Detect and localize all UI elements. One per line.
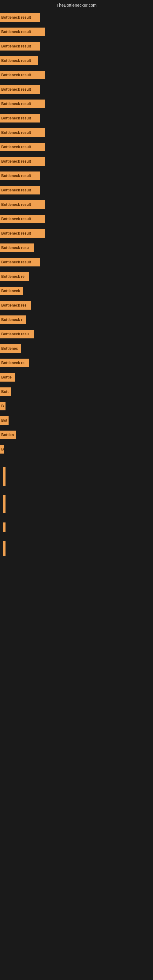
bottleneck-bar: Bottleneck result <box>0 157 45 166</box>
bar-label: Bottleneck result <box>1 73 31 77</box>
bottleneck-bar: Bottleneck result <box>0 42 40 51</box>
bottleneck-bar: Bott <box>0 387 11 396</box>
bar-row: Bot <box>0 414 153 427</box>
bottleneck-bar: Bottleneck result <box>0 229 45 238</box>
bar-row: Bottleneck re <box>0 356 153 370</box>
bar-label: Bottleneck result <box>1 173 31 178</box>
bar-row: Bottleneck result <box>0 169 153 183</box>
bar-label: Bottleneck result <box>1 130 31 135</box>
bar-row: Bottleneck result <box>0 97 153 111</box>
bar-row: Bottleneck result <box>0 39 153 53</box>
vertical-bars-section <box>0 457 153 567</box>
bar-label: Bottleneck resu <box>1 332 29 336</box>
bar-label: Bottleneck result <box>1 87 31 92</box>
bar-label: Bottleneck result <box>1 116 31 120</box>
bottleneck-bar: Bottleneck re <box>0 359 29 367</box>
vertical-bar <box>3 541 5 556</box>
bar-label: Bottleneck r <box>1 318 22 322</box>
bottleneck-bar: Bottleneck result <box>0 172 40 180</box>
bar-label: B <box>1 447 4 452</box>
bottleneck-bar: Bottlen <box>0 431 16 439</box>
bar-row: Bottlenec <box>0 342 153 355</box>
bar-row: B <box>0 399 153 413</box>
bar-label: Bottleneck result <box>1 59 31 63</box>
page-header: TheBottlenecker.com <box>0 0 153 10</box>
bar-row: Bottleneck result <box>0 212 153 226</box>
bar-label: Bott <box>1 390 9 394</box>
bar-label: Bottleneck result <box>1 260 31 264</box>
vertical-bar <box>3 495 5 513</box>
bottleneck-bar: Bottleneck resu <box>0 243 33 252</box>
bottleneck-bar: B <box>0 402 5 410</box>
bar-label: Bottleneck res <box>1 303 27 307</box>
bar-row: Bottleneck result <box>0 83 153 96</box>
bottleneck-bar: Bottleneck r <box>0 315 26 324</box>
bottleneck-bar: Bottleneck result <box>0 128 45 137</box>
bottleneck-bar: Bottlenec <box>0 344 21 353</box>
bar-label: Bottleneck result <box>1 202 31 207</box>
bar-row: B <box>0 442 153 456</box>
bottleneck-bar: Bottleneck <box>0 286 23 295</box>
bar-label: Bottlenec <box>1 346 18 351</box>
bar-row: Bottleneck <box>0 284 153 298</box>
bar-row: Bottlen <box>0 428 153 442</box>
bar-row: Bottleneck resu <box>0 327 153 341</box>
bar-label: Bottleneck result <box>1 231 31 235</box>
bottleneck-bar: Bottleneck result <box>0 27 45 36</box>
bar-label: Bot <box>1 418 7 423</box>
bar-label: Bottle <box>1 375 12 379</box>
bar-label: Bottleneck result <box>1 44 31 48</box>
bottleneck-bar: Bottleneck result <box>0 215 45 223</box>
bars-container: Bottleneck resultBottleneck resultBottle… <box>0 10 153 456</box>
vertical-bar-container <box>3 490 5 518</box>
bottleneck-bar: B <box>0 445 4 453</box>
bottleneck-bar: Bottleneck re <box>0 272 29 281</box>
bottleneck-bar: Bottleneck result <box>0 186 40 194</box>
bar-row: Bottleneck re <box>0 269 153 283</box>
bar-label: Bottleneck result <box>1 188 31 192</box>
bottleneck-bar: Bottleneck result <box>0 100 45 108</box>
bar-row: Bottleneck result <box>0 54 153 67</box>
bar-row: Bottleneck result <box>0 126 153 139</box>
bar-row: Bottleneck result <box>0 111 153 125</box>
bar-label: Bottleneck <box>1 289 20 293</box>
bar-label: Bottleneck result <box>1 15 31 20</box>
bar-row: Bottleneck result <box>0 10 153 24</box>
vertical-bar-container <box>3 518 5 536</box>
bar-label: Bottleneck result <box>1 217 31 221</box>
bar-row: Bottleneck result <box>0 25 153 38</box>
bottleneck-bar: Bottleneck result <box>0 85 40 94</box>
bottleneck-bar: Bottleneck res <box>0 301 31 310</box>
bar-row: Bottleneck res <box>0 298 153 312</box>
bar-row: Bottleneck resu <box>0 241 153 255</box>
bar-label: Bottleneck result <box>1 30 31 34</box>
bar-label: B <box>1 404 4 408</box>
bar-row: Bottleneck r <box>0 313 153 326</box>
bottleneck-bar: Bottleneck result <box>0 258 40 266</box>
vertical-bar-container <box>3 463 5 490</box>
bottleneck-bar: Bottleneck result <box>0 143 45 151</box>
bottleneck-bar: Bottleneck resu <box>0 330 33 339</box>
bar-row: Bottleneck result <box>0 68 153 82</box>
bar-label: Bottleneck resu <box>1 246 29 250</box>
bottleneck-bar: Bottleneck result <box>0 13 40 22</box>
vertical-bar <box>3 522 5 531</box>
bar-label: Bottleneck re <box>1 274 24 279</box>
bar-row: Bottleneck result <box>0 255 153 269</box>
bottleneck-bar: Bottleneck result <box>0 114 40 123</box>
vertical-bar <box>3 467 5 486</box>
bar-label: Bottleneck re <box>1 361 24 365</box>
bottleneck-bar: Bottleneck result <box>0 71 45 79</box>
bottleneck-bar: Bot <box>0 416 9 425</box>
bar-label: Bottleneck result <box>1 102 31 106</box>
bottleneck-bar: Bottleneck result <box>0 56 38 65</box>
bar-label: Bottleneck result <box>1 145 31 149</box>
bar-row: Bott <box>0 385 153 398</box>
bar-row: Bottleneck result <box>0 226 153 240</box>
bar-row: Bottleneck result <box>0 197 153 211</box>
site-title: TheBottlenecker.com <box>56 3 97 8</box>
vertical-bar-container <box>3 536 5 561</box>
bar-label: Bottlen <box>1 433 14 437</box>
bar-row: Bottleneck result <box>0 154 153 168</box>
bottleneck-bar: Bottle <box>0 373 15 382</box>
